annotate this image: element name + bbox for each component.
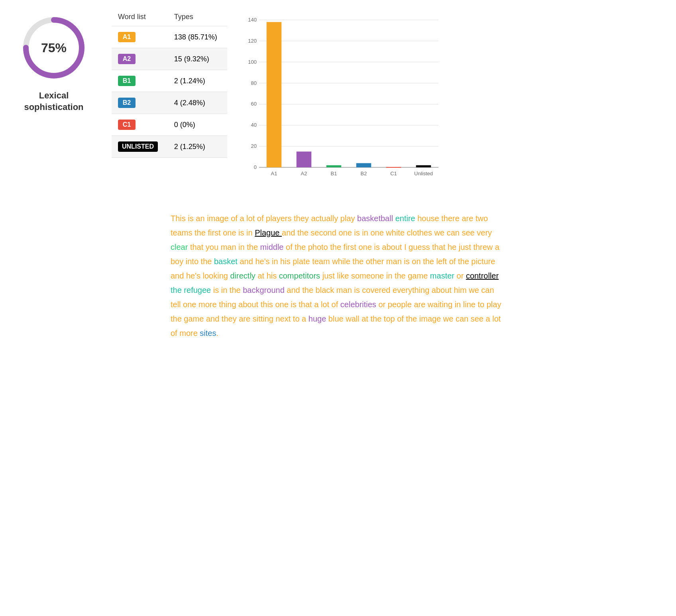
- text-word: master: [430, 271, 457, 280]
- text-word: threw: [473, 243, 495, 251]
- badge-b2: B2: [118, 98, 136, 108]
- top-section: 75% Lexical sophistication Word list Typ…: [8, 8, 668, 187]
- chart-container: 020406080100120140A1A2B1B2C1Unlisted: [239, 8, 446, 187]
- chart-x-label-a2: A2: [301, 171, 307, 177]
- table-cell-value-1: 15 (9.32%): [168, 48, 227, 70]
- text-word: background: [243, 286, 287, 294]
- svg-text:20: 20: [251, 143, 257, 149]
- chart-area: 020406080100120140A1A2B1B2C1Unlisted: [239, 12, 446, 187]
- table-row: UNLISTED2 (1.25%): [112, 136, 227, 158]
- text-word: huge: [309, 314, 328, 323]
- word-list-table: Word list Types A1138 (85.71%)A215 (9.32…: [112, 8, 227, 158]
- chart-x-label-unlisted: Unlisted: [414, 171, 433, 177]
- chart-x-label-a1: A1: [271, 171, 277, 177]
- table-cell-badge-3: B2: [112, 92, 168, 114]
- table-cell-value-2: 2 (1.24%): [168, 70, 227, 92]
- text-word: Plague: [255, 228, 282, 237]
- donut-chart: 75%: [18, 12, 90, 84]
- table-cell-value-5: 2 (1.25%): [168, 136, 227, 158]
- col-wordlist-header: Word list: [112, 8, 168, 26]
- text-word: that you man in the: [190, 243, 260, 251]
- chart-x-label-b2: B2: [361, 171, 367, 177]
- text-word: sites: [200, 329, 216, 337]
- badge-a1: A1: [118, 32, 136, 42]
- annotated-text-section: This is an image of a lot of players the…: [159, 207, 517, 352]
- bar-chart-svg: 020406080100120140A1A2B1B2C1Unlisted: [239, 12, 446, 187]
- text-word: celebrities: [340, 300, 379, 309]
- text-word: basket: [214, 257, 240, 266]
- text-word: plate: [293, 257, 312, 266]
- text-word: or: [457, 271, 466, 280]
- text-word: and the second one is in one white cloth…: [282, 228, 492, 237]
- text-word: of the photo the first one is about I gu…: [286, 243, 473, 251]
- text-word: clear: [171, 243, 190, 251]
- svg-text:0: 0: [254, 164, 257, 170]
- donut-label: Lexical sophistication: [24, 90, 83, 113]
- chart-x-label-b1: B1: [331, 171, 337, 177]
- table-row: A1138 (85.71%): [112, 26, 227, 48]
- bar-a2: [297, 151, 312, 167]
- text-word: entire: [395, 214, 418, 223]
- donut-percent: 75%: [41, 41, 67, 55]
- text-word: .: [216, 329, 218, 337]
- text-word: actually: [311, 214, 340, 223]
- bar-unlisted: [416, 165, 431, 167]
- text-word: team: [312, 257, 332, 266]
- text-word: is in the: [213, 286, 243, 294]
- table-cell-badge-1: A2: [112, 48, 168, 70]
- table-cell-value-0: 138 (85.71%): [168, 26, 227, 48]
- svg-text:140: 140: [248, 17, 257, 23]
- col-types-header: Types: [168, 8, 227, 26]
- table-cell-value-4: 0 (0%): [168, 114, 227, 136]
- svg-text:40: 40: [251, 122, 257, 128]
- text-word: 's in his: [264, 257, 293, 266]
- text-word: controller: [466, 271, 499, 280]
- table-cell-badge-0: A1: [112, 26, 168, 48]
- bar-a1: [267, 22, 282, 167]
- badge-unlisted: UNLISTED: [118, 141, 158, 152]
- table-cell-badge-5: UNLISTED: [112, 136, 168, 158]
- text-word: the refugee: [171, 286, 213, 294]
- badge-c1: C1: [118, 120, 136, 130]
- text-word: competitors: [279, 271, 322, 280]
- donut-container: 75% Lexical sophistication: [8, 8, 100, 113]
- text-word: basketball: [357, 214, 395, 223]
- table-cell-badge-4: C1: [112, 114, 168, 136]
- table-row: C10 (0%): [112, 114, 227, 136]
- table-row: B12 (1.24%): [112, 70, 227, 92]
- badge-b1: B1: [118, 76, 136, 86]
- chart-x-label-c1: C1: [390, 171, 397, 177]
- svg-text:80: 80: [251, 80, 257, 86]
- text-word: This is an image of a lot of players the…: [171, 214, 311, 223]
- text-word: while: [332, 257, 352, 266]
- text-word: directly: [230, 271, 257, 280]
- text-word: middle: [260, 243, 286, 251]
- table-cell-badge-2: B1: [112, 70, 168, 92]
- table-row: B24 (2.48%): [112, 92, 227, 114]
- text-word: at his: [257, 271, 279, 280]
- svg-text:120: 120: [248, 38, 257, 44]
- svg-text:100: 100: [248, 59, 257, 65]
- bar-b1: [326, 165, 342, 167]
- table-cell-value-3: 4 (2.48%): [168, 92, 227, 114]
- text-word: just like someone in the game: [322, 271, 430, 280]
- text-word: and he: [240, 257, 264, 266]
- svg-text:60: 60: [251, 101, 257, 107]
- table-row: A215 (9.32%): [112, 48, 227, 70]
- text-word: play: [340, 214, 357, 223]
- bar-b2: [356, 163, 371, 167]
- badge-a2: A2: [118, 54, 136, 64]
